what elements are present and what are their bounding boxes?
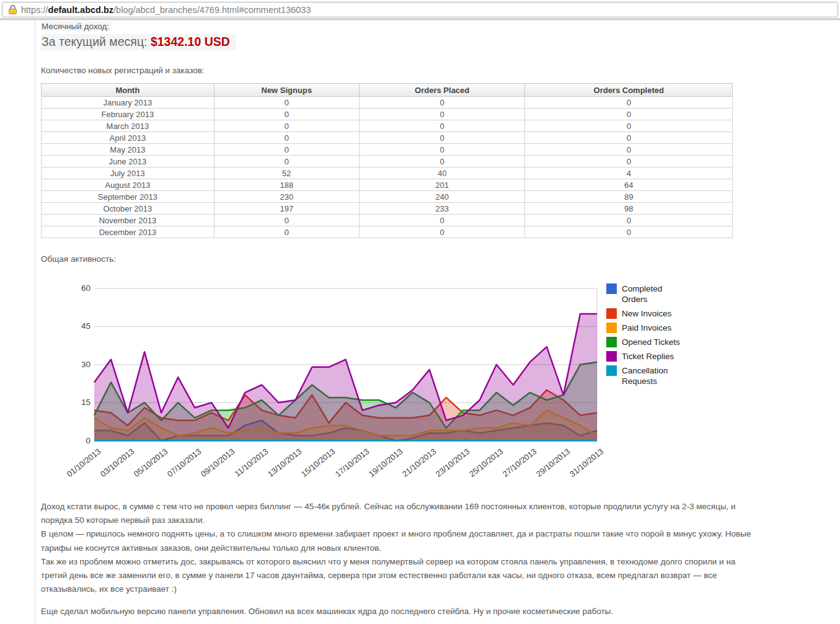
table-cell: 0 bbox=[525, 144, 733, 156]
legend-label: Completed Orders bbox=[622, 283, 687, 305]
table-cell: August 2013 bbox=[42, 179, 214, 191]
table-row: December 2013000 bbox=[42, 226, 733, 238]
table-row: August 201318820164 bbox=[42, 179, 733, 191]
current-month-income: За текущий месяц: $1342.10 USD bbox=[41, 34, 236, 50]
table-row: April 2013000 bbox=[42, 132, 733, 144]
y-axis-tick-label: 0 bbox=[63, 436, 91, 445]
table-cell: 0 bbox=[214, 226, 359, 238]
income-amount: $1342.10 USD bbox=[151, 35, 230, 48]
table-cell: 89 bbox=[525, 191, 733, 203]
browser-chrome: https://default.abcd.bz/blog/abcd_branch… bbox=[0, 0, 840, 19]
address-bar[interactable]: https://default.abcd.bz/blog/abcd_branch… bbox=[2, 2, 838, 17]
table-row: July 201352404 bbox=[42, 167, 733, 179]
legend-item: Paid Invoices bbox=[606, 323, 693, 333]
table-cell: 0 bbox=[359, 97, 525, 109]
table-row: February 2013000 bbox=[42, 109, 733, 120]
current-month-label: За текущий месяц: bbox=[42, 35, 148, 48]
table-row: November 2013000 bbox=[42, 215, 733, 226]
legend-label: Ticket Replies bbox=[622, 351, 687, 362]
column-header: Orders Placed bbox=[359, 84, 525, 97]
table-cell: November 2013 bbox=[42, 215, 214, 226]
table-cell: 0 bbox=[214, 97, 359, 109]
table-cell: 4 bbox=[525, 167, 733, 179]
legend-label: New Invoices bbox=[622, 308, 687, 319]
table-row: March 2013000 bbox=[42, 120, 733, 132]
comment-paragraph-1: Доход кстати вырос, в сумме с тем что не… bbox=[41, 500, 825, 596]
table-cell: January 2013 bbox=[42, 97, 214, 109]
legend-item: Cancellation Requests bbox=[606, 365, 693, 386]
table-cell: March 2013 bbox=[42, 120, 214, 132]
table-cell: 0 bbox=[214, 144, 359, 156]
table-cell: 0 bbox=[359, 132, 525, 144]
table-cell: 0 bbox=[525, 109, 733, 120]
table-row: June 2013000 bbox=[42, 156, 733, 167]
column-header: New Signups bbox=[214, 84, 359, 97]
url-path: /blog/abcd_branches/4769.html#comment136… bbox=[113, 5, 311, 15]
chart-legend: Completed OrdersNew InvoicesPaid Invoice… bbox=[606, 283, 693, 390]
legend-label: Paid Invoices bbox=[622, 323, 687, 333]
table-cell: 0 bbox=[359, 226, 525, 238]
table-cell: 0 bbox=[359, 144, 525, 156]
table-row: January 2013000 bbox=[42, 97, 733, 109]
lock-icon[interactable] bbox=[9, 5, 17, 14]
legend-swatch-icon bbox=[606, 308, 617, 319]
url-scheme: https:// bbox=[21, 5, 48, 15]
table-row: September 201323024089 bbox=[42, 191, 733, 203]
table-cell: 64 bbox=[525, 179, 733, 191]
table-cell: February 2013 bbox=[42, 109, 214, 120]
column-header: Orders Completed bbox=[525, 84, 733, 97]
table-cell: 0 bbox=[359, 120, 525, 132]
table-cell: May 2013 bbox=[42, 144, 214, 156]
table-cell: 0 bbox=[359, 156, 525, 167]
activity-chart: Completed OrdersNew InvoicesPaid Invoice… bbox=[41, 275, 840, 494]
legend-item: Completed Orders bbox=[606, 283, 693, 305]
legend-label: Opened Tickets bbox=[622, 337, 687, 347]
table-row: October 201319723398 bbox=[42, 203, 733, 215]
y-axis-tick-label: 60 bbox=[63, 283, 91, 293]
table-header-row: MonthNew SignupsOrders PlacedOrders Comp… bbox=[42, 84, 733, 97]
legend-item: Ticket Replies bbox=[606, 351, 693, 362]
table-cell: 0 bbox=[214, 215, 359, 226]
url-text[interactable]: https://default.abcd.bz/blog/abcd_branch… bbox=[21, 5, 311, 15]
table-cell: 0 bbox=[525, 215, 733, 226]
table-cell: 230 bbox=[214, 191, 359, 203]
legend-swatch-icon bbox=[606, 365, 617, 376]
activity-section-title: Общая активность: bbox=[41, 254, 828, 264]
table-cell: 0 bbox=[214, 156, 359, 167]
table-cell: 240 bbox=[359, 191, 525, 203]
y-axis-tick-label: 45 bbox=[63, 321, 91, 331]
table-cell: 52 bbox=[214, 167, 359, 179]
table-cell: June 2013 bbox=[42, 156, 214, 167]
table-cell: 0 bbox=[525, 132, 733, 144]
comment-paragraph-2: Еще сделал мобильную версию панели управ… bbox=[41, 605, 825, 618]
legend-swatch-icon bbox=[606, 323, 617, 333]
table-cell: 0 bbox=[214, 109, 359, 120]
legend-item: New Invoices bbox=[606, 308, 693, 319]
page-content: Месячный доход: За текущий месяц: $1342.… bbox=[35, 19, 840, 624]
legend-item: Opened Tickets bbox=[606, 337, 693, 347]
table-cell: April 2013 bbox=[42, 132, 214, 144]
table-cell: 0 bbox=[214, 132, 359, 144]
url-domain: default.abcd.bz bbox=[48, 5, 114, 15]
table-cell: 197 bbox=[214, 203, 359, 215]
table-cell: 233 bbox=[359, 203, 525, 215]
table-cell: 0 bbox=[359, 215, 525, 226]
signups-section-title: Количество новых регистраций и заказов: bbox=[41, 66, 828, 75]
table-cell: December 2013 bbox=[42, 226, 214, 238]
y-axis-tick-label: 15 bbox=[63, 398, 91, 407]
table-cell: 98 bbox=[525, 203, 733, 215]
table-cell: 0 bbox=[359, 109, 525, 120]
table-cell: July 2013 bbox=[42, 167, 214, 179]
column-header: Month bbox=[42, 84, 214, 97]
table-cell: 201 bbox=[359, 179, 525, 191]
table-cell: 0 bbox=[214, 120, 359, 132]
table-cell: October 2013 bbox=[42, 203, 214, 215]
table-cell: 188 bbox=[214, 179, 359, 191]
legend-label: Cancellation Requests bbox=[622, 365, 687, 386]
table-cell: 0 bbox=[525, 120, 733, 132]
chart-plot-area bbox=[41, 275, 611, 455]
legend-swatch-icon bbox=[606, 337, 617, 347]
monthly-income-label: Месячный доход: bbox=[41, 22, 112, 31]
y-axis-tick-label: 30 bbox=[63, 360, 91, 369]
signups-table: MonthNew SignupsOrders PlacedOrders Comp… bbox=[41, 83, 733, 238]
